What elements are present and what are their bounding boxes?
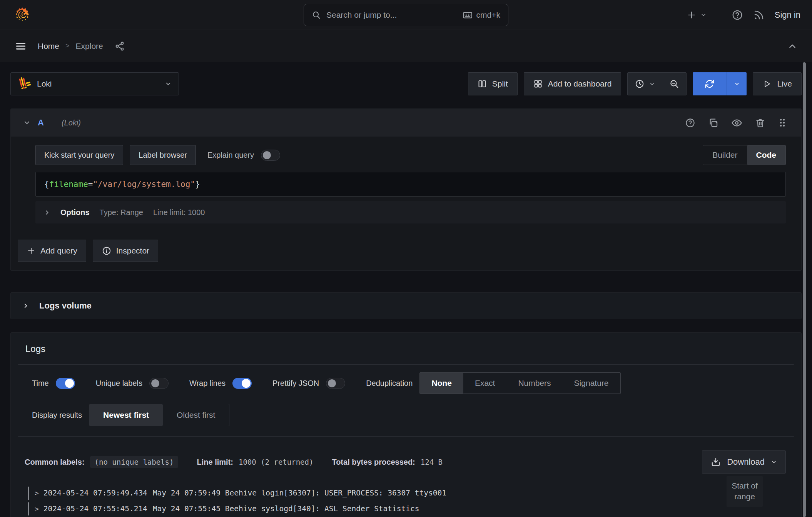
download-button[interactable]: Download — [702, 450, 786, 474]
plus-icon — [27, 246, 36, 255]
order-option-newest[interactable]: Newest first — [89, 404, 163, 426]
time-picker-group — [627, 72, 687, 95]
bytes-processed-label: Total bytes processed: — [332, 458, 415, 467]
expand-row-icon[interactable]: > — [35, 505, 39, 513]
time-toggle[interactable] — [56, 378, 75, 389]
code-mode-option[interactable]: Code — [747, 145, 786, 165]
loki-logo — [18, 77, 31, 91]
news-icon — [753, 9, 765, 21]
dedup-option-none[interactable]: None — [420, 373, 463, 394]
log-row[interactable]: > 2024-05-24 07:55:45.214May 24 07:55:45… — [28, 501, 801, 517]
menu-icon — [15, 40, 27, 52]
wrap-lines-label: Wrap lines — [189, 379, 226, 388]
breadcrumb-separator: > — [65, 42, 70, 50]
breadcrumb-bar: Home > Explore — [0, 30, 812, 62]
prettify-json-toggle[interactable] — [326, 378, 345, 389]
order-option-oldest[interactable]: Oldest first — [163, 404, 229, 426]
datasource-name: Loki — [37, 79, 159, 88]
info-icon — [102, 246, 112, 256]
options-title: Options — [60, 208, 90, 217]
split-icon — [478, 79, 487, 88]
kick-start-button[interactable]: Kick start your query — [35, 145, 123, 165]
dedup-option-signature[interactable]: Signature — [563, 373, 620, 394]
add-query-button[interactable]: Add query — [18, 240, 86, 262]
toggle-query-visibility-button[interactable] — [731, 117, 742, 128]
options-type: Type: Range — [100, 208, 143, 217]
play-icon — [762, 79, 772, 88]
live-button[interactable]: Live — [753, 72, 802, 95]
help-button[interactable] — [732, 9, 743, 21]
top-nav: cmd+k — [0, 0, 812, 30]
chevron-down-icon — [700, 12, 707, 18]
log-level-indicator — [28, 502, 29, 515]
chevron-right-icon — [44, 209, 50, 216]
global-search[interactable]: cmd+k — [304, 4, 508, 26]
time-label: Time — [32, 379, 49, 388]
chevron-down-icon[interactable] — [23, 119, 31, 127]
wrap-lines-toggle[interactable] — [232, 378, 252, 389]
trash-icon — [755, 118, 765, 128]
run-query-options-button[interactable] — [727, 72, 747, 95]
log-timestamp: 2024-05-24 07:55:45.214 — [43, 504, 147, 513]
share-shortlink-button[interactable] — [115, 41, 125, 51]
search-input[interactable] — [326, 10, 457, 20]
logs-controls: Time Unique labels Wrap lines Prettify J… — [18, 364, 794, 437]
dedup-option-exact[interactable]: Exact — [463, 373, 507, 394]
zoom-out-icon — [669, 79, 679, 89]
explain-query-toggle[interactable] — [261, 150, 280, 161]
log-row[interactable]: > 2024-05-24 07:59:49.434May 24 07:59:49… — [28, 485, 801, 501]
query-row-header[interactable]: A (Loki) — [11, 109, 801, 137]
chevron-right-icon — [22, 302, 29, 309]
builder-mode-option[interactable]: Builder — [703, 145, 747, 165]
line-limit-label: Line limit: — [197, 458, 233, 467]
query-help-button[interactable] — [685, 118, 695, 128]
menu-button[interactable] — [15, 40, 27, 52]
new-menu-button[interactable] — [687, 10, 707, 20]
logs-title: Logs — [25, 344, 801, 354]
common-labels-value: (no unique labels) — [90, 456, 179, 468]
datasource-picker[interactable]: Loki — [10, 72, 179, 95]
query-ref-id[interactable]: A — [38, 118, 44, 128]
help-icon — [732, 9, 743, 21]
label-browser-button[interactable]: Label browser — [130, 145, 196, 165]
sort-order-group: Newest first Oldest first — [89, 404, 229, 426]
collapse-toolbar-button[interactable] — [787, 41, 797, 51]
inspector-button[interactable]: Inspector — [93, 240, 158, 262]
time-picker-button[interactable] — [628, 73, 662, 95]
logs-panel: Logs Time Unique labels Wrap lines Prett… — [10, 332, 802, 517]
unique-labels-label: Unique labels — [96, 379, 142, 388]
refresh-icon — [705, 79, 715, 89]
query-datasource-hint: (Loki) — [62, 118, 81, 127]
log-timestamp: 2024-05-24 07:59:49.434 — [43, 489, 147, 497]
chevron-down-icon — [649, 81, 655, 87]
breadcrumb: Home > Explore — [38, 41, 125, 51]
clock-icon — [635, 79, 645, 89]
display-results-label: Display results — [32, 411, 82, 420]
bytes-processed-value: 124 B — [421, 458, 443, 466]
run-query-button[interactable] — [693, 72, 727, 95]
add-to-dashboard-button[interactable]: Add to dashboard — [524, 72, 622, 95]
breadcrumb-home[interactable]: Home — [38, 42, 59, 51]
log-line: May 24 07:59:49 Beehive login[36307]: US… — [153, 489, 446, 497]
drag-handle-icon[interactable] — [778, 118, 787, 128]
split-button[interactable]: Split — [468, 72, 518, 95]
grafana-logo[interactable] — [14, 6, 31, 24]
query-code-editor[interactable]: {filename="/var/log/system.log"} — [35, 172, 786, 197]
news-button[interactable] — [753, 9, 765, 21]
duplicate-query-button[interactable] — [708, 118, 718, 128]
logs-volume-panel[interactable]: Logs volume — [10, 292, 802, 319]
share-icon — [115, 41, 125, 51]
unique-labels-toggle[interactable] — [149, 378, 169, 389]
page-scrollbar[interactable] — [803, 62, 806, 517]
expand-row-icon[interactable]: > — [35, 489, 39, 497]
breadcrumb-current: Explore — [76, 42, 103, 51]
query-options-row[interactable]: Options Type: Range Line limit: 1000 — [35, 201, 786, 223]
remove-query-button[interactable] — [755, 118, 765, 128]
prettify-json-label: Prettify JSON — [272, 379, 319, 388]
zoom-out-range-button[interactable] — [662, 73, 686, 95]
logs-volume-title: Logs volume — [39, 301, 92, 311]
deduplication-label: Deduplication — [366, 379, 413, 388]
sign-in-link[interactable]: Sign in — [775, 10, 800, 20]
dedup-option-numbers[interactable]: Numbers — [506, 373, 562, 394]
chevron-up-icon — [787, 41, 797, 51]
